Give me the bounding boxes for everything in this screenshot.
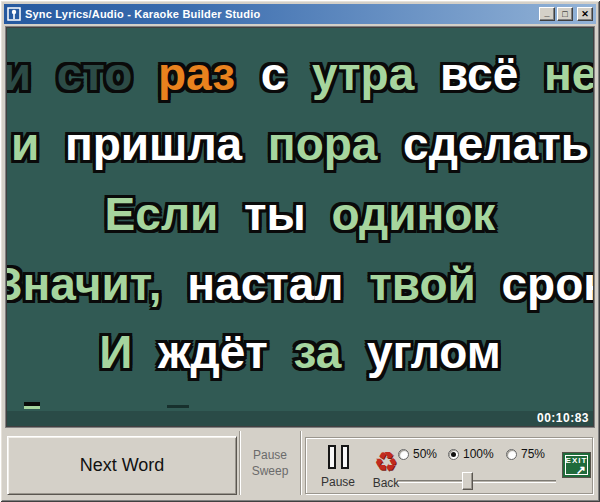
- lyric-word: одинок: [332, 188, 496, 240]
- toolbar-divider: [300, 431, 301, 495]
- pause-icon: [328, 445, 349, 469]
- exit-button[interactable]: EXIT ↗: [562, 452, 591, 478]
- app-icon: [7, 7, 21, 21]
- lyrics-preview: и сто раз с утра всё не и пришла пора сд…: [6, 27, 594, 427]
- lyric-word: И: [99, 326, 132, 378]
- lyric-word: Если: [105, 188, 219, 240]
- radio-speed-100[interactable]: 100%: [448, 447, 506, 461]
- pause-sweep-label-line1: Pause: [241, 447, 299, 463]
- lyric-word: настал: [187, 258, 343, 310]
- playback-panel: Pause ♻ Back 50% 100% 75%: [305, 437, 593, 494]
- lyric-word: и: [6, 48, 31, 100]
- toolbar-divider: [239, 431, 240, 495]
- radio-circle-icon: [398, 449, 409, 460]
- back-button-label: Back: [373, 477, 400, 490]
- lyric-word: утра: [312, 48, 414, 100]
- speed-slider[interactable]: [398, 472, 556, 490]
- sync-toolbar: Next Word Pause Sweep Pause ♻ Back 50%: [3, 429, 597, 499]
- lyric-word: всё: [440, 48, 518, 100]
- lyric-word: ждёт: [158, 326, 268, 378]
- radio-label: 75%: [521, 447, 545, 461]
- lyric-line-1: и сто раз с утра всё не: [6, 48, 594, 100]
- pause-sweep-button[interactable]: Pause Sweep: [241, 447, 299, 481]
- lyric-line-4: Значит, настал твой срок: [6, 258, 594, 310]
- speed-radio-group: 50% 100% 75%: [398, 447, 560, 461]
- maximize-button[interactable]: □: [557, 7, 573, 21]
- lyric-word: за: [294, 326, 342, 378]
- app-window: Sync Lyrics/Audio - Karaoke Builder Stud…: [0, 0, 600, 502]
- lyric-line-2: и пришла пора сделать: [11, 118, 589, 170]
- timestamp-band: [7, 411, 593, 426]
- lyric-word: с: [261, 48, 287, 100]
- lyric-word: пора: [268, 118, 378, 170]
- radio-speed-50[interactable]: 50%: [398, 447, 448, 461]
- lyric-word: ты: [244, 188, 306, 240]
- titlebar[interactable]: Sync Lyrics/Audio - Karaoke Builder Stud…: [4, 4, 596, 24]
- pause-sweep-label-line2: Sweep: [241, 463, 299, 479]
- close-button[interactable]: ✕: [577, 7, 593, 21]
- next-line-fragment: [167, 405, 189, 408]
- pause-button-label: Pause: [321, 476, 355, 489]
- lyric-word: срок: [501, 258, 594, 310]
- next-word-button[interactable]: Next Word: [7, 436, 237, 495]
- lyric-word: пришла: [65, 118, 242, 170]
- slider-thumb[interactable]: [462, 472, 473, 490]
- minimize-button[interactable]: _: [539, 7, 555, 21]
- radio-speed-75[interactable]: 75%: [506, 447, 545, 461]
- radio-label: 50%: [413, 447, 437, 461]
- time-counter: 00:10:83: [537, 411, 589, 425]
- exit-arrow-icon: ↗: [576, 465, 586, 475]
- lyric-word: Значит,: [6, 258, 162, 310]
- lyric-word: сделать: [403, 118, 589, 170]
- sweep-cursor-mark: [24, 402, 40, 409]
- lyric-word: твой: [369, 258, 476, 310]
- radio-circle-icon: [448, 449, 459, 460]
- window-title: Sync Lyrics/Audio - Karaoke Builder Stud…: [25, 8, 535, 20]
- pause-button[interactable]: Pause: [314, 443, 362, 489]
- lyric-line-5: И ждёт за углом: [99, 326, 501, 378]
- slider-track: [398, 480, 556, 483]
- lyric-line-3: Если ты одинок: [105, 188, 496, 240]
- lyric-word: не: [544, 48, 594, 100]
- lyric-word: и: [11, 118, 39, 170]
- lyric-word-active: раз: [158, 48, 235, 100]
- radio-label: 100%: [463, 447, 494, 461]
- window-controls: _ □ ✕: [539, 7, 593, 21]
- lyric-word: сто: [57, 48, 133, 100]
- radio-circle-icon: [506, 449, 517, 460]
- recycle-arrows-icon: ♻: [374, 447, 398, 477]
- lyric-word: углом: [367, 326, 501, 378]
